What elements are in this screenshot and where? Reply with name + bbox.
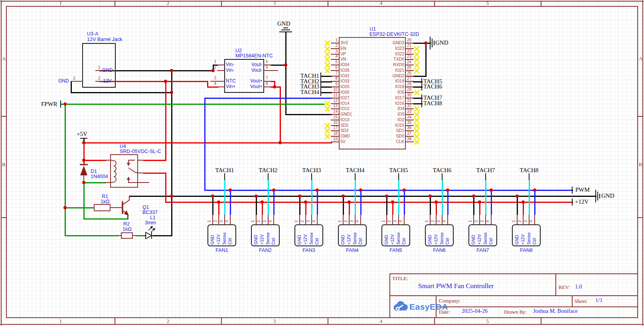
wire-cyan[interactable] — [485, 179, 486, 215]
wire-black[interactable] — [386, 196, 387, 215]
u2-pin-number[interactable]: 3 — [214, 76, 216, 81]
u1-pin-number[interactable]: 24 — [407, 60, 411, 65]
u1-pin-number[interactable]: 27 — [407, 77, 411, 81]
net-label-gnd-chip[interactable]: GND — [435, 40, 448, 46]
wire-cyan[interactable] — [268, 179, 269, 215]
u1-pin-name[interactable]: IO17 — [395, 96, 404, 100]
u1-pin-number[interactable]: 12 — [333, 99, 338, 103]
u1-pin-name[interactable]: EN — [340, 46, 346, 51]
net-label-tach2[interactable]: TACH2 — [259, 167, 277, 174]
wire-black[interactable] — [321, 76, 332, 77]
wire-black[interactable] — [212, 196, 213, 215]
u1-pin-number[interactable]: 16 — [333, 121, 338, 125]
u1-pin-number[interactable]: 32 — [407, 104, 411, 108]
u1-pin-name[interactable]: SD0 — [396, 134, 404, 138]
wire-black[interactable] — [473, 196, 474, 215]
u1-value[interactable]: ESP32-DEVKITC-32D — [369, 32, 419, 37]
u1-pin-name[interactable]: IO13 — [340, 118, 350, 122]
wire-red[interactable] — [165, 202, 573, 203]
wire-black[interactable] — [285, 114, 332, 115]
wire-black[interactable] — [71, 81, 72, 93]
wire-blue[interactable] — [447, 190, 448, 215]
u4-relay-body[interactable] — [110, 154, 138, 188]
u1-pin-number[interactable]: 4 — [335, 55, 338, 59]
wire-black[interactable] — [299, 196, 300, 215]
wire-red[interactable] — [280, 86, 281, 143]
wire-black[interactable] — [413, 81, 423, 82]
fan-label-fan8[interactable]: FAN8 — [520, 248, 532, 253]
wire-blue[interactable] — [273, 190, 275, 215]
wire-blue[interactable] — [204, 98, 332, 99]
u1-pin-number[interactable]: 22 — [407, 49, 411, 54]
frame-column-label[interactable]: 2 — [167, 0, 170, 6]
wire-blue[interactable] — [204, 190, 573, 191]
u3-pin1-number[interactable]: 1 — [98, 66, 101, 70]
u1-pin-name[interactable]: IO15 — [395, 123, 404, 128]
u2-pin-name[interactable]: Vout+ — [250, 79, 263, 84]
u1-pin-name[interactable]: IO14 — [340, 101, 350, 106]
u2-pin-name[interactable]: NTC — [226, 79, 236, 84]
titleblock-title-label[interactable]: TITLE: — [392, 275, 408, 282]
fan-label-fan2[interactable]: FAN2 — [259, 248, 271, 253]
wire-black[interactable] — [343, 196, 344, 215]
u2-pin-name[interactable]: Vin- — [226, 62, 234, 67]
u1-pin-number[interactable]: 25 — [407, 66, 411, 70]
u1-pin-name[interactable]: IO25 — [340, 84, 350, 89]
u2-value[interactable]: MP1584EN-NTC — [235, 53, 273, 59]
u1-pin-number[interactable]: 29 — [407, 88, 411, 92]
wire-black[interactable] — [285, 31, 286, 115]
u2-pin-name[interactable]: Vout- — [251, 68, 263, 73]
wire-red[interactable] — [165, 173, 166, 203]
frame-column-label[interactable]: 4 — [380, 0, 383, 6]
wire-red[interactable] — [165, 81, 166, 161]
u1-pin-name[interactable]: IO22 — [395, 52, 404, 56]
u3-pin3-name[interactable]: GND — [58, 79, 69, 84]
u1-pin-name[interactable]: IO27 — [340, 96, 350, 100]
u2-pin-name[interactable]: Vin- — [226, 68, 234, 73]
u3-pin1-name[interactable]: GND — [102, 68, 113, 73]
u1-pin-number[interactable]: 30 — [407, 93, 411, 98]
u1-pin-name[interactable]: GND1 — [340, 112, 352, 116]
wire-green[interactable] — [65, 104, 66, 236]
wire-red[interactable] — [207, 86, 218, 88]
wire-cyan[interactable] — [311, 179, 312, 215]
wire-green[interactable] — [61, 104, 325, 105]
u1-pin-number[interactable]: 33 — [407, 110, 411, 114]
wire-cyan[interactable] — [224, 179, 225, 215]
net-label-tach7[interactable]: TACH7 — [476, 167, 495, 174]
u1-pin-name[interactable]: IO0 — [397, 112, 404, 116]
wire-black[interactable] — [129, 196, 597, 197]
u2-pin-number[interactable]: 7 — [266, 76, 268, 81]
u1-pin-number[interactable]: 10 — [333, 88, 338, 92]
titleblock-title[interactable]: Smart PWM Fan Controller — [418, 282, 494, 290]
wire-cyan[interactable] — [355, 179, 356, 215]
wire-black[interactable] — [430, 196, 431, 215]
u1-pin-name[interactable]: CMD — [340, 134, 350, 138]
u1-pin-name[interactable]: GND3 — [393, 41, 404, 45]
net-label-5v[interactable]: +5V — [77, 131, 87, 137]
u1-pin-number[interactable]: 1 — [335, 38, 338, 43]
u1-pin-name[interactable]: IO12 — [340, 106, 350, 111]
frame-column-label[interactable]: 1 — [59, 318, 62, 324]
net-label-tach8[interactable]: TACH8 — [520, 167, 538, 174]
fan-label-fan5[interactable]: FAN5 — [389, 248, 402, 253]
wire-blue[interactable] — [204, 98, 205, 191]
net-label-tach8[interactable]: TACH8 — [423, 100, 442, 107]
net-label-pwm[interactable]: PWM — [575, 187, 590, 193]
wire-green[interactable] — [83, 182, 85, 220]
titleblock-rev-label[interactable]: REV: — [559, 284, 570, 291]
u1-pin-number[interactable]: 9 — [335, 82, 338, 86]
wire-black[interactable] — [413, 86, 423, 88]
wire-red[interactable] — [143, 173, 166, 174]
wire-black[interactable] — [99, 70, 214, 71]
u1-pin-number[interactable]: 31 — [407, 99, 411, 103]
u1-pin-name[interactable]: VP — [340, 52, 346, 56]
wire-blue[interactable] — [317, 190, 318, 215]
frame-column-label[interactable]: 1 — [59, 0, 62, 6]
wire-black[interactable] — [517, 196, 518, 215]
net-label-tach3[interactable]: TACH3 — [302, 167, 321, 174]
u1-pin-name[interactable]: IO33 — [340, 79, 350, 83]
frame-row-label[interactable]: A — [2, 56, 6, 61]
frame-row-label[interactable]: B — [2, 162, 6, 167]
r2-value[interactable]: 1kΩ — [122, 227, 132, 232]
